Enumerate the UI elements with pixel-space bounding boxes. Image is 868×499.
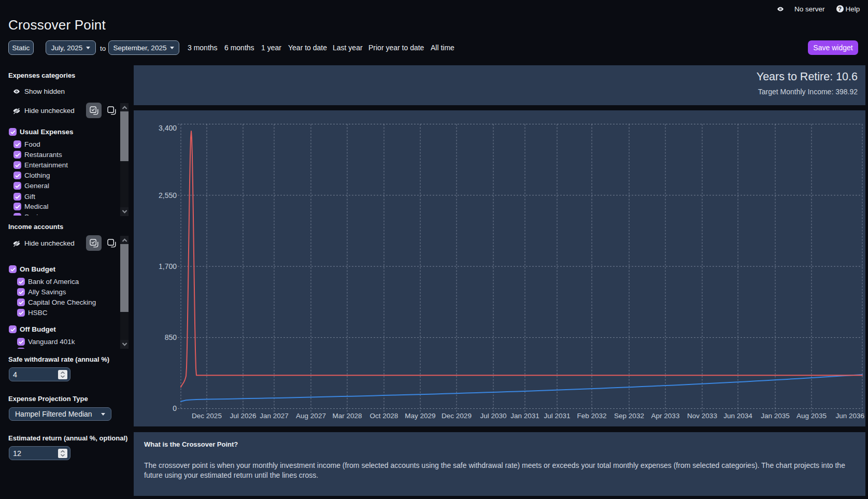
svg-text:Jul 2030: Jul 2030 [480,412,506,420]
svg-text:Feb 2032: Feb 2032 [577,412,606,420]
svg-text:Aug 2027: Aug 2027 [296,412,326,420]
svg-text:Oct 2028: Oct 2028 [370,412,399,420]
svg-text:May 2029: May 2029 [405,412,435,420]
svg-text:Mar 2028: Mar 2028 [332,412,362,420]
svg-text:Jun 2036: Jun 2036 [835,412,864,420]
svg-text:Jun 2034: Jun 2034 [723,412,752,420]
svg-text:Nov 2033: Nov 2033 [687,412,717,420]
svg-text:Aug 2035: Aug 2035 [796,412,827,420]
svg-text:Jan 2035: Jan 2035 [761,412,790,420]
svg-text:Jan 2027: Jan 2027 [260,412,289,420]
svg-text:850: 850 [165,333,177,341]
svg-text:Dec 2025: Dec 2025 [192,412,222,420]
svg-text:1,700: 1,700 [159,262,177,270]
svg-text:2,550: 2,550 [159,191,177,199]
svg-text:Jul 2026: Jul 2026 [230,412,256,420]
svg-text:Dec 2029: Dec 2029 [442,412,472,420]
svg-text:Apr 2033: Apr 2033 [651,412,680,420]
svg-text:3,400: 3,400 [159,124,177,132]
svg-text:Jul 2031: Jul 2031 [544,412,570,420]
svg-text:Sep 2032: Sep 2032 [614,412,644,420]
svg-text:Jan 2031: Jan 2031 [510,412,539,420]
svg-text:0: 0 [173,404,177,412]
